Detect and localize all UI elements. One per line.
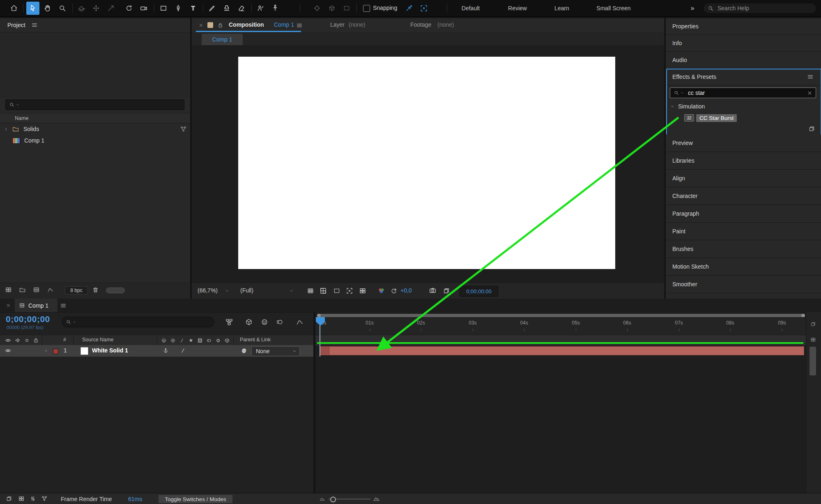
panel-align[interactable]: Align: [666, 170, 821, 187]
workspace-learn[interactable]: Learn: [554, 0, 569, 16]
comp-viewer-tab[interactable]: Comp 1: [202, 34, 243, 45]
project-row-comp1[interactable]: Comp 1: [0, 135, 190, 146]
exposure-value[interactable]: +0,0: [400, 287, 412, 294]
render-queue-icon[interactable]: [6, 495, 12, 502]
orbit-camera-tool[interactable]: [75, 2, 88, 15]
project-columns-header[interactable]: Name: [0, 113, 190, 123]
zoom-slider-knob[interactable]: [330, 497, 336, 502]
panel-effects-presets-header[interactable]: Effects & Presets: [666, 69, 821, 85]
timeline-graph-area[interactable]: [315, 312, 821, 493]
axis-mode-view[interactable]: [340, 2, 353, 15]
snapshot-camera-icon[interactable]: [429, 287, 437, 295]
panel-libraries[interactable]: Libraries: [666, 152, 821, 170]
viewer-area[interactable]: [192, 45, 664, 283]
lock-icon[interactable]: [33, 337, 39, 343]
viewer-timecode[interactable]: 0;00;00;00: [460, 286, 498, 297]
effects-search-input[interactable]: cc star: [670, 87, 816, 98]
solo-icon[interactable]: [24, 337, 30, 343]
layer-in-handle[interactable]: [320, 347, 329, 355]
project-row-solids[interactable]: Solids: [0, 123, 190, 135]
workspace-small-screen[interactable]: Small Screen: [596, 0, 630, 16]
zoom-out-mountain-icon[interactable]: [320, 496, 325, 502]
show-snapshot-icon[interactable]: [443, 287, 450, 295]
workspace-default[interactable]: Default: [462, 0, 480, 16]
quality-slash-icon[interactable]: [180, 348, 186, 354]
dolly-camera-tool[interactable]: [104, 2, 117, 15]
parent-pickwhip-icon[interactable]: [241, 348, 247, 354]
network-icon[interactable]: [41, 495, 48, 502]
help-search-input[interactable]: Search Help: [703, 3, 816, 14]
adjustment-column-icon[interactable]: [215, 338, 221, 343]
panel-paragraph[interactable]: Paragraph: [666, 205, 821, 223]
collapse-column-icon[interactable]: [170, 338, 176, 343]
parent-dropdown[interactable]: None: [251, 346, 300, 356]
layer-duration-bar[interactable]: [320, 346, 804, 355]
mask-visibility-icon[interactable]: [333, 287, 340, 295]
pen-tool[interactable]: [172, 2, 185, 15]
threed-column-icon[interactable]: [224, 338, 230, 343]
panel-character[interactable]: Character: [666, 187, 821, 205]
panel-audio[interactable]: Audio: [666, 52, 821, 69]
region-of-interest-icon[interactable]: [346, 287, 353, 295]
snap-along-edges-toggle[interactable]: [402, 2, 416, 15]
source-name-column-header[interactable]: Source Name: [82, 337, 113, 343]
panel-menu-icon[interactable]: [60, 302, 67, 309]
audio-icon[interactable]: [15, 337, 21, 343]
vertical-scrollbar[interactable]: [810, 347, 816, 375]
work-area-strip[interactable]: [315, 335, 806, 346]
panel-brushes[interactable]: Brushes: [666, 240, 821, 258]
footage-tab-label[interactable]: Footage: [410, 21, 431, 28]
workspace-review[interactable]: Review: [508, 0, 527, 16]
shy-column-icon[interactable]: [161, 338, 167, 343]
eye-icon[interactable]: [5, 337, 11, 343]
composition-tab-comp-name[interactable]: Comp 1: [274, 21, 294, 28]
clone-stamp-tool[interactable]: [220, 2, 233, 15]
layer-label-color-chip[interactable]: [53, 349, 58, 354]
eraser-tool[interactable]: [235, 2, 248, 15]
panel-smoother[interactable]: Smoother: [666, 276, 821, 293]
effect-name-selected[interactable]: CC Star Burst: [696, 114, 737, 122]
chevron-down-icon[interactable]: [225, 288, 230, 293]
time-navigator-bar[interactable]: [317, 314, 805, 317]
shy-layers-icon[interactable]: [260, 318, 269, 326]
index-column-header[interactable]: #: [63, 337, 66, 343]
flowchart-icon[interactable]: [18, 495, 25, 502]
chevron-right-icon[interactable]: [44, 348, 48, 353]
toggle-switches-modes-button[interactable]: Toggle Switches / Modes: [158, 495, 233, 504]
close-icon[interactable]: [198, 23, 204, 28]
new-composition-icon[interactable]: [33, 286, 40, 293]
timeline-current-timecode[interactable]: 0;00;00;00: [6, 314, 50, 324]
reset-exposure-icon[interactable]: [390, 287, 398, 295]
zoom-tool[interactable]: [56, 2, 69, 15]
effects-group-simulation[interactable]: Simulation: [666, 100, 821, 112]
motion-blur-icon[interactable]: [276, 318, 284, 326]
panel-menu-icon[interactable]: [296, 22, 303, 29]
quality-column-icon[interactable]: [179, 338, 185, 343]
draft-3d-icon[interactable]: [245, 318, 253, 326]
resolution-dropdown[interactable]: (Full): [240, 287, 253, 294]
pixel-aspect-icon[interactable]: [359, 287, 366, 295]
rectangle-tool[interactable]: [157, 2, 170, 15]
fx-column-icon[interactable]: [188, 338, 194, 343]
magnification-dropdown[interactable]: (66,7%): [198, 287, 218, 294]
rotation-tool[interactable]: [122, 2, 136, 15]
quality-toggle-icon[interactable]: [163, 348, 169, 354]
eye-icon[interactable]: [5, 348, 11, 354]
panel-motion-sketch[interactable]: Motion Sketch: [666, 258, 821, 276]
sliders-icon[interactable]: [30, 495, 36, 502]
panel-preview[interactable]: Preview: [666, 134, 821, 152]
close-icon[interactable]: [6, 303, 11, 308]
composition-tab-label[interactable]: Composition: [229, 21, 264, 28]
project-settings-icon[interactable]: [5, 286, 12, 293]
panel-paint[interactable]: Paint: [666, 223, 821, 240]
parent-link-column-header[interactable]: Parent & Link: [240, 337, 271, 343]
snap-to-features-toggle[interactable]: [417, 2, 430, 15]
workspace-overflow-chevron[interactable]: »: [691, 0, 695, 16]
home-icon[interactable]: [7, 2, 21, 15]
effect-row-cc-star-burst[interactable]: 32 CC Star Burst: [666, 112, 821, 124]
timeline-search-input[interactable]: [62, 317, 214, 327]
type-tool[interactable]: [186, 2, 200, 15]
lock-icon[interactable]: [217, 22, 223, 28]
bit-depth-button[interactable]: 8 bpc: [65, 286, 88, 295]
transparency-grid-icon[interactable]: [320, 287, 327, 295]
